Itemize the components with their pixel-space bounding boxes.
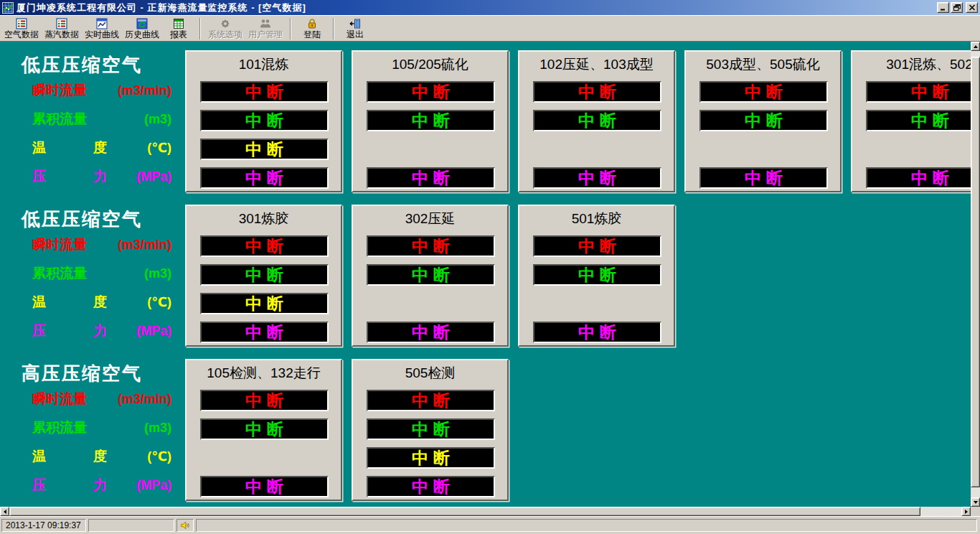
value-display: 中断	[533, 322, 661, 343]
status-sound-cell[interactable]	[176, 519, 194, 532]
scroll-up-button[interactable]	[971, 42, 980, 51]
value-display: 中断	[367, 322, 495, 343]
interrupt-value: 中断	[578, 170, 621, 187]
parameter-label: 压力(MPa)	[32, 166, 171, 187]
interrupt-value: 中断	[245, 84, 288, 100]
parameter-name-char: 力	[93, 476, 107, 495]
user-management-icon	[260, 17, 271, 29]
parameter-unit: (m3)	[144, 266, 171, 281]
toolbar-button-报表[interactable]: 报表	[162, 17, 195, 40]
toolbar-button-实时曲线[interactable]: 实时曲线	[82, 17, 122, 40]
parameter-name-char: 温	[32, 447, 46, 466]
parameter-unit: (℃)	[147, 449, 171, 464]
monitor-panel: 301混炼、502中断中断中断	[851, 50, 971, 192]
parameter-name-char: 力	[93, 322, 107, 340]
value-display: 中断	[367, 264, 495, 286]
vertical-scrollbar[interactable]	[971, 42, 980, 507]
interrupt-value: 中断	[412, 479, 455, 495]
parameter-name: 累积流量	[32, 418, 87, 437]
lock-icon	[306, 17, 318, 29]
toolbar-button-蒸汽数据[interactable]: 蒸汽数据	[42, 17, 82, 40]
scroll-left-button[interactable]	[0, 507, 9, 516]
restore-button[interactable]	[951, 2, 963, 13]
parameter-name-char: 度	[93, 447, 107, 466]
horizontal-scroll-thumb[interactable]	[9, 507, 920, 516]
toolbar-button-退出[interactable]: 退出	[339, 17, 372, 40]
title-bar: 厦门坤凌系统工程有限公司 - 正新海燕流量监控系统 - [空气数据]	[0, 0, 980, 15]
parameter-name: 压力	[32, 322, 107, 340]
interrupt-value: 中断	[745, 170, 788, 187]
status-section-long	[196, 519, 977, 532]
value-display: 中断	[699, 81, 828, 103]
parameter-unit: (m3)	[144, 421, 171, 436]
parameter-name: 累积流量	[32, 264, 87, 283]
minimize-button[interactable]	[937, 2, 949, 13]
parameter-label: 累积流量(m3)	[32, 417, 171, 439]
value-display: 中断	[200, 235, 329, 257]
value-display: 中断	[367, 447, 495, 469]
toolbar-button-历史曲线[interactable]: 历史曲线	[122, 17, 162, 40]
parameter-unit: (m3/min)	[118, 238, 171, 253]
scroll-right-button[interactable]	[961, 507, 971, 516]
parameter-unit: (m3)	[144, 112, 171, 127]
interrupt-value: 中断	[578, 84, 621, 100]
panel-title: 101混炼	[187, 55, 341, 74]
interrupt-value: 中断	[245, 479, 288, 495]
toolbar-button-系统选项: 系统选项	[205, 17, 245, 40]
interrupt-value: 中断	[412, 84, 455, 100]
horizontal-scrollbar[interactable]	[0, 507, 971, 516]
interrupt-value: 中断	[245, 170, 288, 187]
toolbar-button-空气数据[interactable]: 空气数据	[1, 17, 42, 40]
value-display: 中断	[866, 110, 971, 131]
toolbar-button-label: 登陆	[303, 29, 321, 39]
value-display: 中断	[200, 264, 329, 286]
toolbar-button-label: 实时曲线	[85, 29, 119, 39]
parameter-label: 温度(℃)	[32, 291, 171, 313]
parameter-label: 瞬时流量(m3/min)	[32, 388, 171, 410]
interrupt-value: 中断	[412, 238, 455, 255]
toolbar: 空气数据蒸汽数据实时曲线历史曲线报表系统选项用户管理登陆退出	[0, 15, 980, 42]
value-display: 中断	[533, 167, 661, 189]
air-section: 低压压缩空气瞬时流量(m3/min)累积流量(m3)温度(℃)压力(MPa)10…	[0, 50, 971, 192]
gear-icon	[220, 17, 231, 29]
value-display: 中断	[699, 167, 828, 189]
value-display: 中断	[367, 81, 495, 103]
exit-door-icon	[349, 17, 361, 29]
toolbar-button-label: 蒸汽数据	[44, 29, 79, 39]
value-display: 中断	[533, 81, 661, 103]
interrupt-value: 中断	[911, 170, 954, 187]
value-display: 中断	[200, 167, 329, 189]
parameter-label: 压力(MPa)	[32, 474, 171, 496]
value-display: 中断	[200, 390, 329, 411]
steam-data-sheet-icon	[56, 17, 67, 29]
app-window: 厦门坤凌系统工程有限公司 - 正新海燕流量监控系统 - [空气数据] 空气数据蒸…	[0, 0, 980, 534]
interrupt-value: 中断	[245, 141, 288, 158]
vertical-scroll-thumb[interactable]	[971, 57, 980, 487]
close-button[interactable]	[966, 2, 978, 13]
parameter-unit: (℃)	[147, 294, 171, 310]
status-section-empty	[88, 519, 174, 532]
interrupt-value: 中断	[745, 84, 788, 100]
parameter-name: 温度	[32, 447, 107, 466]
interrupt-value: 中断	[412, 267, 455, 284]
value-display: 中断	[367, 476, 495, 497]
parameter-name-char: 度	[93, 293, 107, 312]
interrupt-value: 中断	[578, 238, 621, 255]
panel-title: 302压延	[353, 210, 507, 228]
panel-title: 105/205硫化	[353, 55, 507, 74]
value-display: 中断	[866, 81, 971, 103]
value-display: 中断	[533, 110, 661, 131]
interrupt-value: 中断	[745, 113, 788, 129]
toolbar-button-登陆[interactable]: 登陆	[296, 17, 329, 40]
interrupt-value: 中断	[245, 421, 288, 438]
monitor-panel: 503成型、505硫化中断中断中断	[684, 50, 842, 192]
parameter-name: 压力	[32, 476, 107, 495]
value-display: 中断	[200, 81, 329, 103]
interrupt-value: 中断	[412, 170, 455, 187]
scrollbar-corner	[971, 507, 980, 516]
toolbar-separator	[199, 18, 201, 39]
interrupt-value: 中断	[245, 324, 288, 341]
scroll-down-button[interactable]	[971, 497, 980, 507]
value-display: 中断	[367, 418, 495, 440]
section-title: 低压压缩空气	[22, 52, 142, 78]
